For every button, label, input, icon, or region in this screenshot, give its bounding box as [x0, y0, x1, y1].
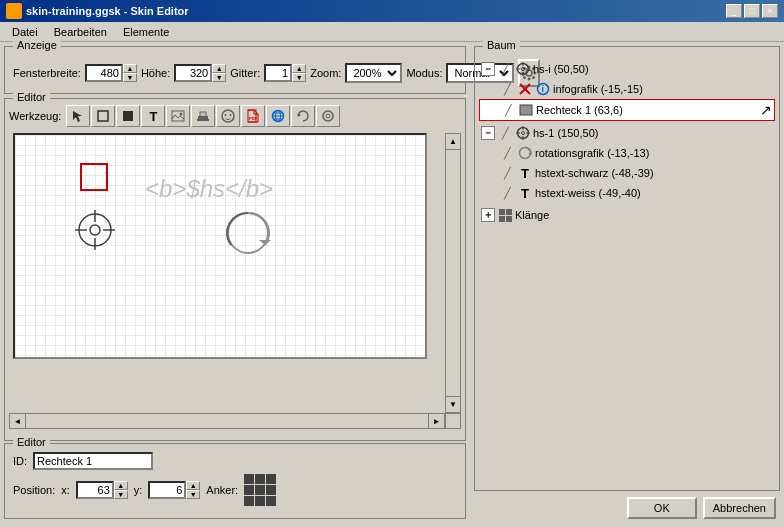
tree-label-rotationsgrafik: rotationsgrafik (-13,-13): [535, 147, 649, 159]
canvas-area[interactable]: <b>$hs</b>: [13, 133, 427, 359]
anker-cell-mr[interactable]: [266, 485, 276, 495]
close-button[interactable]: ×: [762, 4, 778, 18]
editor-id-row: ID:: [13, 452, 457, 470]
canvas-crosshair-element: [75, 210, 115, 250]
tool-pdf[interactable]: PDF: [241, 105, 265, 127]
table-icon-klange: [497, 207, 513, 223]
tool-web[interactable]: [266, 105, 290, 127]
y-spin-up[interactable]: ▲: [186, 481, 200, 490]
hohe-label: Höhe:: [141, 67, 170, 79]
info-circle-icon: i: [535, 81, 551, 97]
tree-item-klange[interactable]: ＋ Klänge: [479, 205, 775, 225]
scroll-right-button[interactable]: ►: [428, 414, 444, 428]
anker-label: Anker:: [206, 484, 238, 496]
svg-point-30: [326, 114, 330, 118]
hohe-spinbox: ▲ ▼: [174, 64, 226, 82]
tool-pointer[interactable]: [66, 105, 90, 127]
y-input[interactable]: [148, 481, 186, 499]
cancel-button[interactable]: Abbrechen: [703, 497, 776, 519]
x-spin-down[interactable]: ▼: [114, 490, 128, 499]
tool-rotate[interactable]: [291, 105, 315, 127]
menu-elemente[interactable]: Elemente: [115, 24, 177, 40]
tree-label-rechteck1: Rechteck 1 (63,6): [536, 104, 623, 116]
fensterbreite-input[interactable]: [85, 64, 123, 82]
app-icon: [6, 3, 22, 19]
tool-image[interactable]: [166, 105, 190, 127]
hohe-spin-down[interactable]: ▼: [212, 73, 226, 82]
tool-face[interactable]: [216, 105, 240, 127]
T-icon-schwarz: T: [517, 165, 533, 181]
tree-item-hstext-schwarz[interactable]: ╱ T hstext-schwarz (-48,-39): [479, 163, 775, 183]
pencil-icon-hstext-schwarz: ╱: [499, 165, 515, 181]
canvas-text-label: <b>$hs</b>: [145, 175, 273, 202]
canvas-rect-element[interactable]: [80, 163, 108, 191]
scroll-down-button[interactable]: ▼: [446, 396, 460, 412]
anker-cell-tc[interactable]: [255, 474, 265, 484]
scrollbar-horizontal[interactable]: ◄ ►: [9, 413, 445, 429]
gitter-spin-down[interactable]: ▼: [292, 73, 306, 82]
tree-label-hs-i: hs-i (50,50): [533, 63, 589, 75]
menu-bar: Datei Bearbeiten Elemente: [0, 22, 784, 42]
hohe-spin-up[interactable]: ▲: [212, 64, 226, 73]
ok-button[interactable]: OK: [627, 497, 697, 519]
tool-text[interactable]: T: [141, 105, 165, 127]
anker-cell-bl[interactable]: [244, 496, 254, 506]
tool-circle[interactable]: [316, 105, 340, 127]
id-input[interactable]: [33, 452, 153, 470]
minimize-button[interactable]: _: [726, 4, 742, 18]
y-spin-down[interactable]: ▼: [186, 490, 200, 499]
anker-grid[interactable]: [244, 474, 276, 506]
position-label: Position:: [13, 484, 55, 496]
expand-klange[interactable]: ＋: [481, 208, 495, 222]
zoom-select[interactable]: 200%50%100%150%300%400%: [345, 63, 402, 83]
anker-cell-mc[interactable]: [255, 485, 265, 495]
tool-rect-outline[interactable]: [91, 105, 115, 127]
fensterbreite-label: Fensterbreite:: [13, 67, 81, 79]
scrollbar-vertical[interactable]: ▲ ▼: [445, 133, 461, 413]
svg-marker-28: [298, 113, 301, 117]
scroll-left-button[interactable]: ◄: [10, 414, 26, 428]
tree-item-hs-i[interactable]: － ╱ hs-i (50,50): [479, 59, 775, 79]
tree-label-infografik: infografik (-15,-15): [553, 83, 643, 95]
tool-stamp[interactable]: [191, 105, 215, 127]
editor-bottom-group: Editor ID: Position: x: ▲ ▼ y:: [4, 443, 466, 519]
modus-label: Modus:: [406, 67, 442, 79]
tree-item-hs-1[interactable]: － ╱ hs-1 (150,50): [479, 123, 775, 143]
tree-label-hstext-weiss: hstext-weiss (-49,-40): [535, 187, 641, 199]
hohe-input[interactable]: [174, 64, 212, 82]
canvas-wrapper: <b>$hs</b>: [9, 133, 461, 429]
menu-datei[interactable]: Datei: [4, 24, 46, 40]
anker-cell-br[interactable]: [266, 496, 276, 506]
anker-cell-tl[interactable]: [244, 474, 254, 484]
x-input[interactable]: [76, 481, 114, 499]
tool-rect-filled[interactable]: [116, 105, 140, 127]
anker-cell-ml[interactable]: [244, 485, 254, 495]
tree-item-infografik[interactable]: ╱ i infografik (-15,-15): [479, 79, 775, 99]
tree-item-rechteck1[interactable]: ╱ Rechteck 1 (63,6) ↗: [479, 99, 775, 121]
anker-cell-tr[interactable]: [266, 474, 276, 484]
anker-cell-bc[interactable]: [255, 496, 265, 506]
fensterbreite-spinbox: ▲ ▼: [85, 64, 137, 82]
maximize-button[interactable]: □: [744, 4, 760, 18]
rotate-icon: [225, 210, 271, 256]
expand-hs-i[interactable]: －: [481, 62, 495, 76]
scroll-up-button[interactable]: ▲: [446, 134, 460, 150]
expand-hs-1[interactable]: －: [481, 126, 495, 140]
gitter-spin-up[interactable]: ▲: [292, 64, 306, 73]
svg-rect-16: [201, 113, 205, 116]
anzeige-legend: Anzeige: [13, 39, 61, 51]
x-label: x:: [61, 484, 70, 496]
canvas-rotate-element: [225, 210, 271, 256]
gitter-input[interactable]: [264, 64, 292, 82]
svg-rect-49: [520, 105, 532, 115]
tree-item-rotationsgrafik[interactable]: ╱ rotationsgrafik (-13,-13): [479, 143, 775, 163]
fensterbreite-spin-down[interactable]: ▼: [123, 73, 137, 82]
svg-text:i: i: [542, 84, 545, 94]
menu-bearbeiten[interactable]: Bearbeiten: [46, 24, 115, 40]
gitter-spin-buttons: ▲ ▼: [292, 64, 306, 82]
tree-item-hstext-weiss[interactable]: ╱ T hstext-weiss (-49,-40): [479, 183, 775, 203]
fensterbreite-spin-up[interactable]: ▲: [123, 64, 137, 73]
svg-point-19: [225, 114, 227, 116]
x-spin-up[interactable]: ▲: [114, 481, 128, 490]
svg-rect-11: [123, 111, 133, 121]
